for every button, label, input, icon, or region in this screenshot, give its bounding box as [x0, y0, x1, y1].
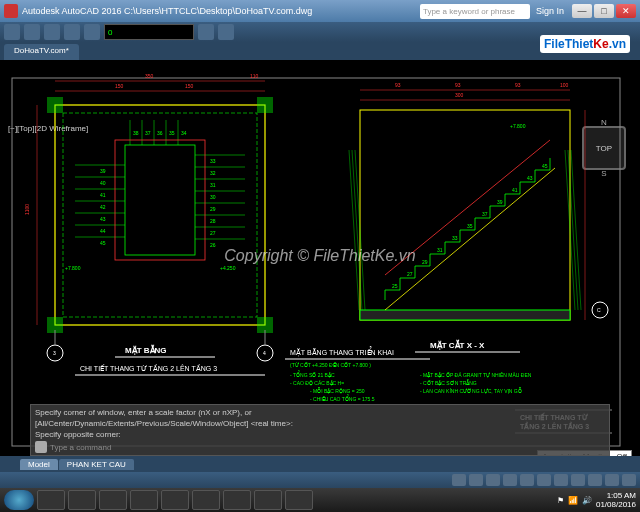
svg-text:3: 3	[53, 350, 56, 356]
svg-text:39: 39	[497, 199, 503, 205]
taskbar-app-icon[interactable]	[161, 490, 189, 510]
svg-text:150: 150	[185, 83, 194, 89]
svg-text:35: 35	[467, 223, 473, 229]
tray-flag-icon[interactable]: ⚑	[557, 496, 564, 505]
svg-text:33: 33	[452, 235, 458, 241]
status-menu-icon[interactable]	[622, 474, 636, 486]
window-title: Autodesk AutoCAD 2016 C:\Users\HTTCLC\De…	[22, 6, 312, 16]
tray-time: 1:05 AM	[596, 491, 636, 500]
svg-text:- MẶT BẬC ỐP ĐÁ GRANIT TỰ NHIÊ: - MẶT BẬC ỐP ĐÁ GRANIT TỰ NHIÊN MÀU ĐEN	[420, 371, 532, 378]
svg-text:- TỔNG SỐ 21 BẬC: - TỔNG SỐ 21 BẬC	[290, 370, 335, 378]
svg-text:40: 40	[100, 180, 106, 186]
svg-text:42: 42	[100, 204, 106, 210]
qat-save-icon[interactable]	[44, 24, 60, 40]
svg-text:29: 29	[210, 206, 216, 212]
svg-text:MẶT CẮT X - X: MẶT CẮT X - X	[430, 339, 485, 350]
status-polar-icon[interactable]	[520, 474, 534, 486]
svg-text:36: 36	[157, 130, 163, 136]
svg-text:- LAN CAN KÍNH CƯỜNG LỰC, TAY : - LAN CAN KÍNH CƯỜNG LỰC, TAY VỊN GỖ	[420, 387, 522, 394]
svg-text:31: 31	[437, 247, 443, 253]
svg-text:39: 39	[100, 168, 106, 174]
watermark-logo: FileThietKe.vn	[540, 35, 630, 53]
layout-tab[interactable]: PHAN KET CAU	[59, 459, 134, 470]
command-prompt-icon	[35, 441, 47, 453]
svg-text:93: 93	[395, 82, 401, 88]
svg-text:300: 300	[455, 92, 464, 98]
status-lweight-icon[interactable]	[554, 474, 568, 486]
svg-text:34: 34	[181, 130, 187, 136]
taskbar-app-icon[interactable]	[130, 490, 158, 510]
command-input[interactable]: Type a command	[50, 442, 111, 453]
layer-dropdown[interactable]: 0	[104, 24, 194, 40]
close-button[interactable]: ✕	[616, 4, 636, 18]
status-grid-icon[interactable]	[469, 474, 483, 486]
taskbar-ie-icon[interactable]	[68, 490, 96, 510]
taskbar-folder-icon[interactable]	[99, 490, 127, 510]
tray-network-icon[interactable]: 📶	[568, 496, 578, 505]
taskbar-app-icon[interactable]	[254, 490, 282, 510]
status-annomonitor-icon[interactable]	[605, 474, 619, 486]
svg-text:+4.250: +4.250	[220, 265, 236, 271]
svg-text:- CAO ĐỘ CÁC BẬC H=: - CAO ĐỘ CÁC BẬC H=	[290, 380, 344, 386]
svg-text:41: 41	[100, 192, 106, 198]
svg-text:4: 4	[263, 350, 266, 356]
status-snap-icon[interactable]	[486, 474, 500, 486]
taskbar-app-icon[interactable]	[192, 490, 220, 510]
svg-text:93: 93	[455, 82, 461, 88]
svg-rect-46	[257, 97, 273, 113]
svg-text:1100: 1100	[24, 204, 30, 215]
svg-text:33: 33	[210, 158, 216, 164]
cmd-history-line: [All/Center/Dynamic/Extents/Previous/Sca…	[35, 418, 605, 429]
file-tab[interactable]: DoHoaTV.com*	[4, 44, 79, 60]
svg-text:41: 41	[512, 187, 518, 193]
model-tab[interactable]: Model	[20, 459, 58, 470]
svg-text:- MỖI BẬC RỘNG = 250: - MỖI BẬC RỘNG = 250	[310, 387, 365, 394]
minimize-button[interactable]: —	[572, 4, 592, 18]
svg-text:44: 44	[100, 228, 106, 234]
system-tray[interactable]: ⚑ 📶 🔊 1:05 AM 01/08/2016	[557, 491, 636, 509]
svg-text:+7.800: +7.800	[65, 265, 81, 271]
maximize-button[interactable]: □	[594, 4, 614, 18]
app-icon	[4, 4, 18, 18]
svg-text:150: 150	[115, 83, 124, 89]
signin-link[interactable]: Sign In	[536, 6, 564, 16]
qat-props-icon[interactable]	[218, 24, 234, 40]
svg-text:37: 37	[482, 211, 488, 217]
command-window[interactable]: Specify corner of window, enter a scale …	[30, 404, 610, 456]
qat-undo-icon[interactable]	[64, 24, 80, 40]
svg-text:28: 28	[210, 218, 216, 224]
qat-layer-icon[interactable]	[198, 24, 214, 40]
svg-text:26: 26	[210, 242, 216, 248]
status-bar	[0, 472, 640, 488]
window-titlebar: Autodesk AutoCAD 2016 C:\Users\HTTCLC\De…	[0, 0, 640, 22]
taskbar-explorer-icon[interactable]	[37, 490, 65, 510]
svg-text:43: 43	[100, 216, 106, 222]
svg-text:- CHIỀU CAO TỔNG = 175.5: - CHIỀU CAO TỔNG = 175.5	[310, 394, 375, 402]
svg-text:27: 27	[210, 230, 216, 236]
svg-text:- CỐT BẬC SƠN TRẮNG: - CỐT BẬC SƠN TRẮNG	[420, 379, 477, 386]
taskbar-app-icon[interactable]	[285, 490, 313, 510]
svg-text:93: 93	[515, 82, 521, 88]
svg-text:31: 31	[210, 182, 216, 188]
status-model-icon[interactable]	[452, 474, 466, 486]
tray-volume-icon[interactable]: 🔊	[582, 496, 592, 505]
status-osnap-icon[interactable]	[537, 474, 551, 486]
svg-text:45: 45	[100, 240, 106, 246]
svg-text:32: 32	[210, 170, 216, 176]
status-workspace-icon[interactable]	[588, 474, 602, 486]
layout-tab-bar: Model PHAN KET CAU	[0, 456, 640, 472]
svg-rect-3	[125, 145, 195, 255]
svg-text:C: C	[597, 307, 601, 313]
cmd-history-line: Specify corner of window, enter a scale …	[35, 407, 605, 418]
qat-redo-icon[interactable]	[84, 24, 100, 40]
status-ortho-icon[interactable]	[503, 474, 517, 486]
svg-text:35: 35	[169, 130, 175, 136]
qat-new-icon[interactable]	[4, 24, 20, 40]
cmd-history-line: Specify opposite corner:	[35, 429, 605, 440]
svg-text:45: 45	[542, 163, 548, 169]
status-annoscale-icon[interactable]	[571, 474, 585, 486]
help-search-input[interactable]: Type a keyword or phrase	[420, 4, 530, 19]
taskbar-autocad-icon[interactable]	[223, 490, 251, 510]
qat-open-icon[interactable]	[24, 24, 40, 40]
start-button[interactable]	[4, 490, 34, 510]
